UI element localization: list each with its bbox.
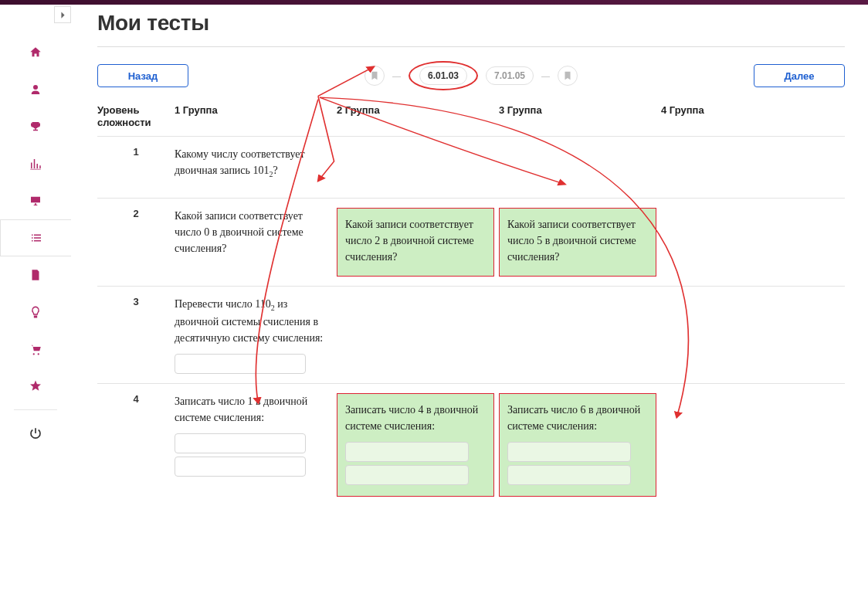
table-row: 4Записать число 1 в двоичной системе счи…: [97, 383, 845, 506]
sidebar-collapse-button[interactable]: [54, 6, 71, 23]
sidebar-item-logout[interactable]: [0, 415, 71, 452]
user-icon: [29, 83, 42, 97]
empty-cell: [661, 208, 823, 277]
table-body: 1Какому числу соответствует двоичная зап…: [97, 136, 845, 506]
header-g2: 2 Группа: [337, 104, 499, 128]
header-g1: 1 Группа: [175, 104, 337, 128]
document-icon: [29, 268, 42, 282]
main-content: Мои тесты Назад — 6.01.03 7.01.05 — Дале…: [71, 5, 868, 521]
table-row: 1Какому числу соответствует двоичная зап…: [97, 136, 845, 198]
title-divider: [97, 46, 845, 47]
sidebar-item-profile[interactable]: [0, 71, 71, 108]
question-cell[interactable]: Записать число 6 в двоичной системе счис…: [499, 393, 656, 497]
page-title: Мои тесты: [97, 11, 845, 36]
level-number: 2: [97, 208, 175, 277]
empty-cell: [661, 296, 823, 374]
empty-cell: [661, 393, 823, 497]
level-number: 3: [97, 296, 175, 374]
answer-input[interactable]: [175, 433, 306, 453]
empty-cell: [337, 146, 499, 188]
table-row: 2 Какой записи соответствует число 0 в д…: [97, 198, 845, 286]
cart-icon: [29, 342, 42, 356]
answer-input[interactable]: [175, 457, 306, 477]
question-cell[interactable]: Какой записи соответствует число 2 в дво…: [337, 208, 494, 277]
bar-chart-icon: [29, 157, 42, 171]
crumb-next[interactable]: 7.01.05: [486, 66, 534, 85]
sidebar-item-ideas[interactable]: [0, 294, 71, 331]
answer-input[interactable]: [507, 465, 631, 485]
empty-cell: [337, 296, 499, 374]
crumb-current[interactable]: 6.01.03: [419, 66, 467, 85]
answer-input[interactable]: [345, 465, 469, 485]
sidebar-item-stats[interactable]: [0, 145, 71, 182]
home-icon: [29, 46, 42, 59]
bookmark-icon: [562, 70, 573, 81]
question-cell[interactable]: Записать число 4 в двоичной системе счис…: [337, 393, 494, 497]
answer-input[interactable]: [345, 442, 469, 462]
presentation-icon: [29, 194, 42, 208]
lightbulb-icon: [29, 305, 42, 319]
sidebar-item-docs[interactable]: [0, 256, 71, 294]
power-icon: [29, 426, 42, 440]
table-headers: Уровень сложности 1 Группа 2 Группа 3 Гр…: [97, 104, 845, 136]
header-g3: 3 Группа: [499, 104, 661, 128]
level-number: 1: [97, 146, 175, 188]
empty-cell: [661, 146, 823, 188]
question-cell[interactable]: Какому числу соответствует двоичная запи…: [175, 146, 337, 188]
breadcrumb-nav: — 6.01.03 7.01.05 —: [188, 61, 754, 90]
sidebar-item-cart[interactable]: [0, 331, 71, 368]
header-g4: 4 Группа: [661, 104, 823, 128]
next-button[interactable]: Далее: [754, 64, 845, 87]
crumb-current-highlight: 6.01.03: [409, 61, 478, 90]
answer-input[interactable]: [175, 354, 306, 374]
answer-input[interactable]: [507, 442, 631, 462]
crumb-sep: —: [541, 71, 550, 80]
trophy-icon: [29, 120, 42, 134]
list-icon: [29, 231, 43, 245]
sidebar-item-achievements[interactable]: [0, 108, 71, 145]
star-icon: [29, 379, 42, 393]
header-level: Уровень сложности: [97, 104, 175, 128]
toolbar: Назад — 6.01.03 7.01.05 — Далее: [97, 61, 845, 90]
sidebar-divider: [14, 409, 56, 410]
empty-cell: [499, 296, 661, 374]
table-row: 3Перевести число 1102 из двоичной систем…: [97, 286, 845, 383]
sidebar-item-board[interactable]: [0, 182, 71, 219]
sidebar: [0, 5, 71, 521]
empty-cell: [499, 146, 661, 188]
sidebar-item-favorites[interactable]: [0, 368, 71, 405]
bookmark-icon: [369, 70, 380, 81]
crumb-sep: —: [392, 71, 401, 80]
question-cell[interactable]: Записать число 1 в двоичной системе счис…: [175, 393, 337, 497]
sidebar-item-home[interactable]: [0, 34, 71, 71]
crumb-next-button[interactable]: [558, 66, 578, 86]
level-number: 4: [97, 393, 175, 497]
question-cell[interactable]: Перевести число 1102 из двоичной системы…: [175, 296, 337, 374]
sidebar-item-tests[interactable]: [0, 219, 71, 256]
crumb-prev-button[interactable]: [364, 66, 385, 86]
question-cell[interactable]: Какой записи соответствует число 5 в дво…: [499, 208, 656, 277]
chevron-right-icon: [59, 11, 67, 19]
question-cell[interactable]: Какой записи соответствует число 0 в дво…: [175, 208, 337, 277]
back-button[interactable]: Назад: [97, 64, 188, 87]
